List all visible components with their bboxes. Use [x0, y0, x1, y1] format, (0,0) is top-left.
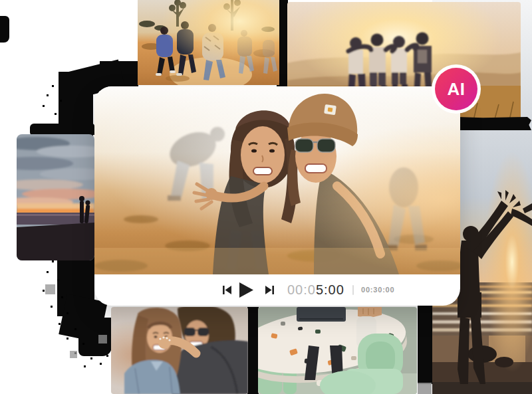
play-button[interactable]	[239, 282, 253, 298]
ink-blob	[247, 307, 259, 394]
ink-blob	[451, 117, 531, 130]
skip-forward-icon	[265, 286, 274, 294]
video-preview[interactable]	[94, 86, 460, 274]
ink-blob	[30, 124, 94, 135]
ink-fleck	[418, 383, 432, 394]
timecode-elapsed-dim: 00:0	[287, 282, 316, 297]
ink-blob	[418, 303, 433, 384]
ink-fleck	[45, 284, 55, 294]
photo-terrazzo-table	[258, 307, 417, 394]
timecode: 00:05:00	[287, 282, 344, 298]
photo-desert-run	[138, 0, 279, 85]
ai-badge: AI	[432, 64, 481, 114]
skip-back-button[interactable]	[223, 286, 231, 294]
play-icon	[239, 282, 253, 298]
duration-label: 00:30:00	[361, 286, 394, 294]
skip-back-icon	[223, 286, 231, 294]
ai-badge-label: AI	[448, 79, 466, 100]
photo-beach-couple	[17, 134, 94, 260]
timecode-separator	[352, 285, 354, 295]
ink-fleck	[70, 351, 77, 358]
ink-blob	[0, 16, 9, 43]
timecode-elapsed-active: 5:00	[316, 282, 344, 297]
skip-forward-button[interactable]	[265, 286, 274, 294]
ai-badge-circle: AI	[435, 68, 477, 110]
video-player-card: 00:05:00 00:30:00	[94, 86, 460, 306]
ink-fleck	[98, 335, 107, 344]
playback-controls: 00:05:00 00:30:00	[94, 274, 460, 306]
photo-friends-hug	[111, 307, 248, 394]
hero-collage: 00:05:00 00:30:00 AI	[0, 0, 532, 394]
ink-spray	[0, 0, 2, 2]
